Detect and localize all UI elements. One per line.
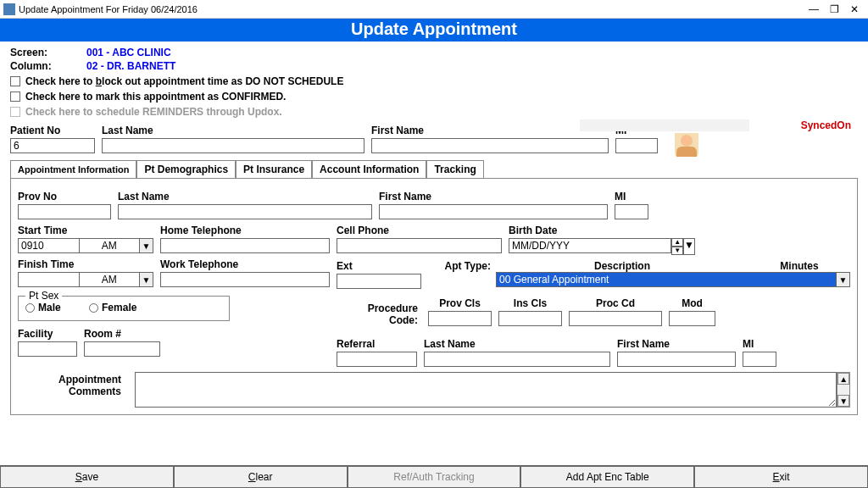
checkbox-icon — [10, 107, 20, 117]
ext-input[interactable] — [337, 274, 421, 289]
patient-no-input[interactable] — [10, 138, 95, 153]
mod-label: Mod — [669, 297, 715, 309]
pt-sex-group-label: Pt Sex — [25, 290, 62, 302]
referral-first-name-input[interactable] — [617, 352, 736, 367]
apt-type-value[interactable]: 00 General Appointment — [496, 272, 837, 287]
last-name-label: Last Name — [102, 125, 364, 136]
start-time-combo[interactable]: ▼ — [18, 238, 153, 253]
proc-cd-label: Proc Cd — [569, 297, 662, 309]
content-area: Screen: 001 - ABC CLINIC Column: 02 - DR… — [0, 42, 868, 465]
ext-label: Ext — [337, 260, 421, 272]
calendar-dropdown-icon[interactable]: ▼ — [683, 238, 695, 255]
close-button[interactable]: ✕ — [844, 3, 865, 16]
ref-auth-tracking-button: Ref/Auth Tracking — [348, 466, 521, 488]
app-icon — [3, 3, 15, 15]
scroll-up-icon[interactable]: ▲ — [837, 373, 849, 385]
birth-date-label: Birth Date — [509, 225, 695, 236]
referral-last-name-label: Last Name — [424, 338, 610, 350]
column-label: Column: — [10, 60, 70, 72]
prov-first-name-label: First Name — [379, 191, 608, 202]
checkbox-confirmed[interactable]: Check here to mark this appointment as C… — [10, 91, 858, 103]
prov-mi-input[interactable] — [615, 204, 648, 219]
title-bar: Update Appointment For Friday 06/24/2016… — [0, 0, 868, 19]
proc-cd-input[interactable] — [569, 311, 662, 326]
tab-pt-demographics[interactable]: Pt Demographics — [136, 160, 236, 178]
birth-date-input[interactable] — [509, 238, 671, 253]
referral-input[interactable] — [337, 352, 417, 367]
work-tel-label: Work Telephone — [160, 258, 330, 270]
scroll-down-icon[interactable]: ▼ — [837, 395, 849, 407]
screen-label: Screen: — [10, 47, 70, 58]
prov-cls-input[interactable] — [428, 311, 492, 326]
finish-ampm-input[interactable] — [80, 272, 141, 287]
exit-button[interactable]: Exit — [694, 466, 868, 488]
prov-last-name-label: Last Name — [118, 191, 372, 202]
referral-last-name-input[interactable] — [424, 352, 610, 367]
cell-phone-label: Cell Phone — [337, 225, 502, 236]
checkbox-label: Check here to mark this appointment as C… — [25, 91, 286, 103]
first-name-input[interactable] — [371, 138, 609, 153]
chevron-down-icon[interactable]: ▼ — [140, 272, 153, 287]
spin-down-icon[interactable]: ▼ — [671, 247, 683, 255]
apt-type-combo[interactable]: 00 General Appointment ▼ — [496, 272, 850, 287]
finish-time-combo[interactable]: ▼ — [18, 272, 153, 287]
tab-pt-insurance[interactable]: Pt Insurance — [236, 160, 312, 178]
tab-strip: Appointment Information Pt Demographics … — [10, 160, 858, 178]
spin-up-icon[interactable]: ▲ — [671, 238, 683, 247]
window-title: Update Appointment For Friday 06/24/2016 — [19, 4, 804, 14]
description-header: Description — [496, 260, 748, 272]
home-tel-input[interactable] — [160, 238, 330, 253]
cell-phone-input[interactable] — [337, 238, 502, 253]
chevron-down-icon[interactable]: ▼ — [140, 238, 153, 253]
facility-label: Facility — [18, 328, 77, 340]
prov-last-name-input[interactable] — [118, 204, 372, 219]
tab-pane-appointment-info: Prov No Last Name First Name MI — [10, 178, 858, 415]
radio-female[interactable]: Female — [89, 302, 136, 313]
page-header: Update Appointment — [0, 19, 868, 42]
checkbox-label: Check here to schedule REMINDERS through… — [25, 106, 282, 118]
synced-on-label: SyncedOn — [801, 119, 851, 131]
chevron-down-icon[interactable]: ▼ — [837, 272, 850, 287]
ins-cls-input[interactable] — [498, 311, 562, 326]
finish-time-label: Finish Time — [18, 258, 153, 270]
column-value: 02 - DR. BARNETT — [86, 60, 175, 72]
prov-cls-label: Prov Cls — [428, 297, 492, 309]
last-name-input[interactable] — [102, 138, 364, 153]
referral-mi-input[interactable] — [743, 352, 776, 367]
screen-value: 001 - ABC CLINIC — [86, 47, 171, 58]
button-bar: Save Clear Ref/Auth Tracking Add Apt Enc… — [0, 465, 868, 488]
maximize-button[interactable]: ❐ — [824, 3, 844, 16]
checkbox-label: Check here to block out appointment time… — [25, 75, 343, 87]
mod-input[interactable] — [669, 311, 715, 326]
tab-account-information[interactable]: Account Information — [312, 160, 426, 178]
prov-first-name-input[interactable] — [379, 204, 608, 219]
tab-appointment-information[interactable]: Appointment Information — [10, 160, 136, 178]
checkbox-icon — [10, 92, 20, 102]
prov-no-input[interactable] — [18, 204, 111, 219]
date-spinner[interactable]: ▲ ▼ — [671, 238, 683, 255]
save-button[interactable]: Save — [0, 466, 174, 488]
work-tel-input[interactable] — [160, 272, 330, 287]
room-input[interactable] — [84, 341, 160, 357]
sync-placeholder — [580, 119, 749, 131]
prov-mi-label: MI — [615, 191, 648, 202]
add-apt-enc-button[interactable]: Add Apt Enc Table — [520, 466, 694, 488]
referral-first-name-label: First Name — [617, 338, 736, 350]
appt-comments-label: Appointment Comments — [18, 372, 128, 397]
minimize-button[interactable]: — — [804, 3, 824, 16]
scrollbar[interactable]: ▲ ▼ — [837, 372, 850, 408]
minutes-header: Minutes — [748, 260, 850, 272]
start-ampm-input[interactable] — [80, 238, 141, 253]
mi-input[interactable] — [615, 138, 658, 153]
checkbox-do-not-schedule[interactable]: Check here to block out appointment time… — [10, 75, 858, 87]
tab-tracking[interactable]: Tracking — [426, 160, 483, 178]
home-tel-label: Home Telephone — [160, 225, 330, 236]
ins-cls-label: Ins Cls — [498, 297, 562, 309]
appt-comments-textarea[interactable] — [135, 372, 837, 408]
finish-time-input[interactable] — [18, 272, 80, 287]
checkbox-reminders: Check here to schedule REMINDERS through… — [10, 106, 858, 118]
radio-male[interactable]: Male — [25, 302, 61, 313]
facility-input[interactable] — [18, 341, 77, 357]
clear-button[interactable]: Clear — [174, 466, 348, 488]
start-time-input[interactable] — [18, 238, 80, 253]
